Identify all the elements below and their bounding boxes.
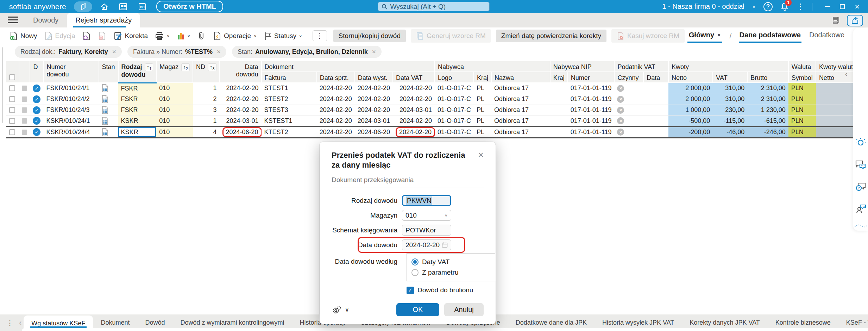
column-header-netto[interactable]: Netto (668, 72, 713, 83)
close-window-button[interactable]: × (850, 0, 864, 13)
search-input[interactable] (390, 3, 486, 11)
operations-button[interactable]: Operacje ∨ (210, 30, 260, 42)
ok-button[interactable]: OK (396, 303, 439, 316)
cell-data_dowodu: 2024-02-20 (220, 105, 262, 115)
data-dowodu-input[interactable]: 2024-02-20 (402, 239, 451, 250)
row-checkbox[interactable] (9, 85, 15, 91)
attachments-button[interactable] (194, 30, 209, 42)
column-header-brutto[interactable]: Brutto (747, 72, 788, 83)
filter-chip[interactable]: Rodzaj dok.:Faktury, Korekty× (15, 46, 122, 58)
filter-chip[interactable]: Faktura » Numer:%TEST%× (127, 46, 226, 58)
radio-z-parametru[interactable]: Z parametru (411, 267, 490, 278)
column-header-logo[interactable]: Logo (435, 72, 474, 83)
lightbulb-icon[interactable] (855, 138, 866, 148)
column-header-stan[interactable]: Stan (99, 61, 118, 83)
tab-dowody[interactable]: Dowody (25, 13, 67, 27)
tab-rejestr-sprzedazy[interactable]: Rejestr sprzedaży (67, 13, 140, 27)
home-icon[interactable] (97, 1, 111, 12)
feedback-chat-icon[interactable] (855, 160, 866, 170)
workspace-stack-icon[interactable] (74, 1, 92, 12)
column-header-numer[interactable]: Numerdowodu (43, 61, 99, 83)
table-row[interactable]: ✓KSKR/010/24/1KSKR01012024-03-01KSTEST12… (6, 115, 868, 126)
new-document-button[interactable]: Nowy (6, 30, 40, 42)
column-header-data_sprz[interactable]: Data sprz. (317, 72, 355, 83)
chip-remove-icon[interactable]: × (372, 48, 376, 56)
notifications-bell-icon[interactable]: 1 (780, 2, 789, 11)
rodzaj-dowodu-input[interactable]: PKWVN (402, 195, 451, 206)
filter-chip[interactable]: Stan:Anulowany, Edycja, Brulion, Dzienni… (232, 46, 382, 58)
panels-layout-icon[interactable] (832, 16, 841, 24)
menu-hamburger-icon[interactable] (8, 17, 18, 27)
cancel-button[interactable]: Anuluj (444, 303, 484, 316)
row-checkbox[interactable] (9, 118, 15, 124)
toolbar-more-button[interactable]: ⋮ (313, 30, 327, 41)
cell-pv_data (643, 105, 668, 115)
help-chat-icon[interactable]: ? (855, 182, 866, 192)
column-header-flag[interactable] (19, 61, 30, 83)
minimize-button[interactable] (820, 0, 835, 13)
maximize-button[interactable] (835, 0, 850, 13)
view-tab-dane-podstawowe[interactable]: Dane podstawowe (739, 29, 801, 43)
more-options-icon[interactable]: ⋮ (797, 2, 804, 11)
cell-data_vat: 2024-02-20 (393, 94, 435, 105)
column-header-nazwa[interactable]: Nazwa (491, 72, 550, 83)
collapse-columns-icon[interactable]: ‹ (845, 70, 848, 79)
print-button[interactable]: ∨ (152, 30, 173, 42)
table-row[interactable]: ✓FSKR/010/24/3FSKR01032024-02-20STEST320… (6, 105, 868, 115)
column-header-data_dowodu[interactable]: Datadowodu (220, 61, 262, 83)
open-in-html-button[interactable]: Otwórz w HTML (156, 1, 223, 12)
chip-remove-icon[interactable]: × (112, 48, 116, 56)
column-header-select[interactable] (6, 61, 19, 83)
column-header-nd[interactable]: ND↑3 (193, 61, 220, 83)
column-header-data_wyst[interactable]: Data wyst. (355, 72, 393, 83)
column-header-rodzaj[interactable]: Rodzaj↑1dowodu (118, 61, 157, 83)
table-row[interactable]: ✓KSKR/010/24/4KSKR01042024-06-20KTEST220… (6, 126, 868, 138)
column-header-magazyn[interactable]: Magaz↑2 (156, 61, 193, 83)
dowod-do-brulionu-checkbox[interactable]: ✓ Dowód do brulionu (407, 286, 484, 294)
row-checkbox[interactable] (9, 96, 15, 102)
preview-document-button[interactable] (79, 30, 94, 42)
radio-unselected-icon (411, 269, 419, 276)
sort-indicator-icon[interactable]: ↑2 (181, 63, 190, 71)
column-header-vat[interactable]: VAT (713, 72, 747, 83)
row-checkbox[interactable] (9, 107, 15, 113)
bc-module-icon[interactable]: BC (135, 1, 149, 12)
column-header-czynny[interactable]: Czynny (614, 72, 643, 83)
view-selector[interactable]: Główny ∨ (687, 29, 723, 43)
register-icon[interactable] (116, 1, 130, 12)
company-selector[interactable]: 1 - Nasza firma 0 - oddział (662, 2, 744, 11)
statuses-button[interactable]: Statusy ∨ (261, 30, 306, 42)
chart-button[interactable]: ∨ (174, 30, 194, 42)
row-checkbox[interactable] (9, 129, 15, 135)
column-header-faktura[interactable]: Faktura (262, 72, 317, 83)
change-correction-confirm-date-button[interactable]: Zmień datę potwierdzenia korekty (496, 30, 606, 42)
column-header-pv_data[interactable]: Data (643, 72, 668, 83)
chip-remove-icon[interactable]: × (217, 48, 221, 56)
column-header-nip_kraj[interactable]: Kraj (550, 72, 568, 83)
magazyn-select[interactable]: 010 ∨ (402, 210, 451, 221)
column-header-d[interactable]: D (30, 61, 43, 83)
sort-indicator-icon[interactable]: ↑3 (208, 63, 216, 71)
column-header-symbol[interactable]: Symbol (788, 72, 816, 83)
help-icon[interactable]: ? (763, 2, 773, 11)
storno-copy-button[interactable]: Stornuj/kopiuj dowód (333, 30, 406, 42)
global-search[interactable] (378, 2, 490, 11)
column-header-kraj[interactable]: Kraj (474, 72, 491, 83)
dialog-settings-button[interactable]: ∨ (332, 305, 349, 315)
bottom-more-icon[interactable]: ⋮ (3, 314, 17, 331)
share-button[interactable] (847, 15, 863, 26)
contact-person-icon[interactable] (855, 204, 866, 214)
select-all-checkbox[interactable] (9, 74, 15, 80)
table-row[interactable]: ✓FSKR/010/24/1FSKR01012024-02-20STEST120… (6, 83, 868, 94)
table-row[interactable]: ✓FSKR/010/24/2FSKR01022024-02-20STEST220… (6, 94, 868, 105)
column-header-nip_numer[interactable]: Numer (568, 72, 615, 83)
view-tab-dodatkowe[interactable]: Dodatkowe (809, 29, 845, 43)
cell-czynny: × (614, 83, 643, 94)
chevron-down-icon[interactable]: ∨ (752, 4, 756, 9)
column-header-data_vat[interactable]: Data VAT (393, 72, 435, 83)
cell-data_dowodu: 2024-06-20 (220, 126, 262, 138)
dialog-close-icon[interactable]: × (478, 150, 484, 160)
schemat-ksiegowania-input[interactable]: POTWKor (402, 225, 451, 236)
sort-indicator-icon[interactable]: ↑1 (145, 63, 153, 71)
correction-button[interactable]: Korekta (110, 30, 151, 42)
